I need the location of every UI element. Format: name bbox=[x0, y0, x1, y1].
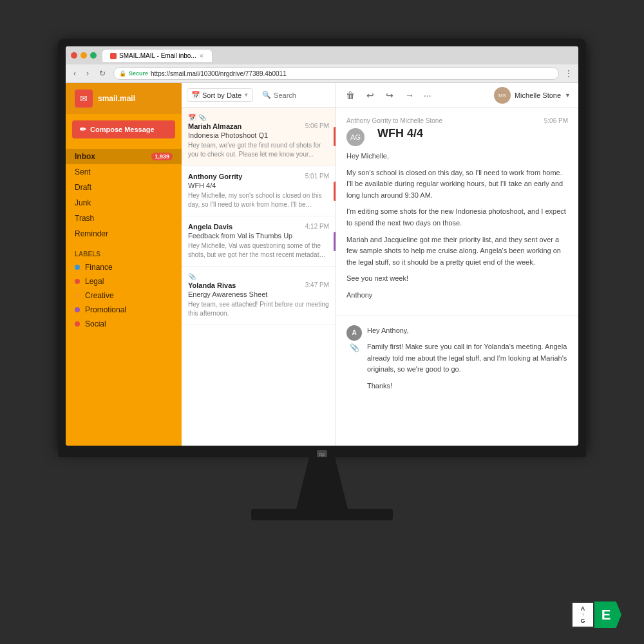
browser-more-icon[interactable]: ⋮ bbox=[564, 68, 573, 79]
sidebar-item-sent[interactable]: Sent bbox=[66, 164, 182, 180]
email-preview-3: Hey Michelle, Val was questioning some o… bbox=[188, 242, 329, 260]
sort-button[interactable]: 📅 Sort by Date ▼ bbox=[187, 88, 253, 102]
secure-label: Secure bbox=[129, 70, 148, 77]
more-options-button[interactable]: ··· bbox=[424, 90, 431, 100]
email-subject-1: Indonesia Photoshoot Q1 bbox=[188, 131, 329, 139]
sort-arrow-icon: ▼ bbox=[243, 92, 249, 98]
back-button[interactable]: ‹ bbox=[71, 68, 79, 79]
calendar-icon: 📅 bbox=[188, 114, 196, 121]
creative-dot bbox=[75, 293, 80, 298]
monitor-base bbox=[251, 509, 393, 520]
address-bar[interactable]: 🔒 Secure https://smail.mail/10300/nrgdri… bbox=[113, 67, 559, 80]
thread-body-p6: Anthony bbox=[346, 290, 568, 301]
trash-label: Trash bbox=[75, 214, 94, 223]
delete-button[interactable]: 🗑 bbox=[344, 88, 357, 102]
logo-icon: ✉ bbox=[75, 90, 93, 108]
email-header-4: Yolanda Rivas 3:47 PM bbox=[188, 281, 329, 289]
email-sender-1: Mariah Almazan bbox=[188, 122, 242, 130]
email-preview-4: Hey team, see attached! Print before our… bbox=[188, 300, 329, 318]
forward-button[interactable]: → bbox=[403, 88, 416, 102]
sidebar-item-reminder[interactable]: Reminder bbox=[66, 226, 182, 242]
reply-attachment-icon: 📎 bbox=[350, 343, 359, 352]
attachment-icon-4: 📎 bbox=[188, 273, 196, 280]
redo-button[interactable]: ↪ bbox=[384, 88, 395, 102]
secure-icon: 🔒 bbox=[119, 70, 126, 77]
email-icons-4: 📎 bbox=[188, 273, 329, 280]
search-label: Search bbox=[274, 91, 296, 99]
email-preview-2: Hey Michelle, my son's school is closed … bbox=[188, 191, 329, 209]
creative-label: Creative bbox=[85, 291, 114, 300]
email-thread-reply: A 📎 Hey Anthony, Family first! Make sure… bbox=[336, 316, 578, 406]
label-social[interactable]: Social bbox=[66, 317, 182, 331]
monitor-frame: SMAIL.MAIL - Email inbo... ✕ ‹ › ↻ 🔒 Sec… bbox=[58, 39, 586, 451]
email-sender-2: Anthony Gorrity bbox=[188, 173, 242, 180]
thread-body-p4: Mariah and Jacqueline got me their prior… bbox=[346, 234, 568, 269]
browser-titlebar: SMAIL.MAIL - Email inbo... ✕ bbox=[66, 46, 578, 64]
sidebar-item-junk[interactable]: Junk bbox=[66, 195, 182, 211]
window-controls bbox=[71, 52, 97, 59]
label-promotional[interactable]: Promotional bbox=[66, 303, 182, 317]
toolbar-right: MS Michelle Stone ▼ bbox=[494, 87, 571, 104]
undo-button[interactable]: ↩ bbox=[365, 88, 376, 102]
email-item-3[interactable]: Angela Davis 4:12 PM Feedback from Val i… bbox=[182, 216, 336, 267]
monitor-stand bbox=[290, 457, 354, 509]
user-avatar: MS bbox=[494, 87, 511, 104]
email-detail-panel: 🗑 ↩ ↪ → ··· MS Michelle Stone ▼ bbox=[336, 83, 578, 446]
email-time-2: 5:01 PM bbox=[305, 173, 329, 180]
email-preview-1: Hey team, we've got the first round of s… bbox=[188, 141, 329, 159]
legal-label: Legal bbox=[85, 277, 104, 286]
sort-icon: 📅 bbox=[191, 91, 200, 99]
email-indicator-2 bbox=[334, 182, 336, 201]
tab-close-icon[interactable]: ✕ bbox=[199, 53, 204, 59]
draft-label: Draft bbox=[75, 183, 91, 192]
energy-rating-a: A bbox=[581, 605, 585, 612]
search-button[interactable]: 🔍 Search bbox=[258, 89, 330, 101]
browser-tab[interactable]: SMAIL.MAIL - Email inbo... ✕ bbox=[102, 49, 213, 62]
sidebar-item-draft[interactable]: Draft bbox=[66, 180, 182, 195]
forward-button[interactable]: › bbox=[84, 68, 91, 79]
maximize-button[interactable] bbox=[90, 52, 97, 59]
email-item-1[interactable]: 📅 📎 Mariah Almazan 5:06 PM Indonesia Pho… bbox=[182, 108, 336, 166]
finance-label: Finance bbox=[85, 263, 113, 272]
email-time-3: 4:12 PM bbox=[305, 223, 329, 230]
email-icons-1: 📅 📎 bbox=[188, 114, 329, 121]
app-container: ✉ smail.mail ✏ Compose Message Inbox 1,9… bbox=[66, 83, 578, 446]
detail-toolbar: 🗑 ↩ ↪ → ··· MS Michelle Stone ▼ bbox=[336, 83, 578, 108]
email-subject-3: Feedback from Val is Thumbs Up bbox=[188, 232, 329, 240]
inbox-badge: 1,939 bbox=[151, 153, 173, 160]
thread-body: Hey Michelle, My son's school is closed … bbox=[346, 151, 568, 301]
reply-body-p3: Thanks! bbox=[367, 381, 568, 392]
sent-label: Sent bbox=[75, 167, 91, 176]
label-legal[interactable]: Legal bbox=[66, 274, 182, 289]
email-item-2[interactable]: Anthony Gorrity 5:01 PM WFH 4/4 Hey Mich… bbox=[182, 166, 336, 216]
email-sender-4: Yolanda Rivas bbox=[188, 281, 236, 289]
browser-chrome: SMAIL.MAIL - Email inbo... ✕ ‹ › ↻ 🔒 Sec… bbox=[66, 46, 578, 83]
avatar-text: MS bbox=[498, 93, 506, 99]
sidebar-logo: ✉ smail.mail bbox=[66, 83, 182, 114]
email-item-4[interactable]: 📎 Yolanda Rivas 3:47 PM Energy Awareness… bbox=[182, 267, 336, 325]
compose-button[interactable]: ✏ Compose Message bbox=[72, 120, 175, 138]
email-list-panel: 📅 Sort by Date ▼ 🔍 Search bbox=[182, 83, 336, 446]
monitor-bottom-bar: hp bbox=[58, 451, 586, 457]
sidebar-item-inbox[interactable]: Inbox 1,939 bbox=[66, 149, 182, 164]
thread-meta: Anthony Gorrity to Michelle Stone 5:06 P… bbox=[346, 117, 568, 124]
sidebar-item-trash[interactable]: Trash bbox=[66, 211, 182, 226]
email-indicator-1 bbox=[334, 127, 336, 146]
sidebar: ✉ smail.mail ✏ Compose Message Inbox 1,9… bbox=[66, 83, 182, 446]
label-finance[interactable]: Finance bbox=[66, 260, 182, 274]
thread-body-p1: Hey Michelle, bbox=[346, 151, 568, 162]
close-button[interactable] bbox=[71, 52, 77, 59]
logo-text: smail.mail bbox=[98, 94, 135, 103]
label-creative[interactable]: Creative bbox=[66, 289, 182, 303]
reply-body-p1: Hey Anthony, bbox=[367, 325, 568, 337]
email-sender-3: Angela Davis bbox=[188, 223, 232, 231]
refresh-button[interactable]: ↻ bbox=[97, 68, 108, 79]
search-icon: 🔍 bbox=[262, 91, 271, 99]
address-url: https://smail.mail/10300/nrgdrive/77389.… bbox=[151, 70, 287, 77]
finance-dot bbox=[75, 265, 80, 270]
user-dropdown-icon[interactable]: ▼ bbox=[565, 92, 571, 99]
email-indicator-3 bbox=[334, 232, 336, 251]
email-time-4: 3:47 PM bbox=[305, 281, 329, 289]
minimize-button[interactable] bbox=[80, 52, 87, 59]
reminder-label: Reminder bbox=[75, 229, 108, 238]
